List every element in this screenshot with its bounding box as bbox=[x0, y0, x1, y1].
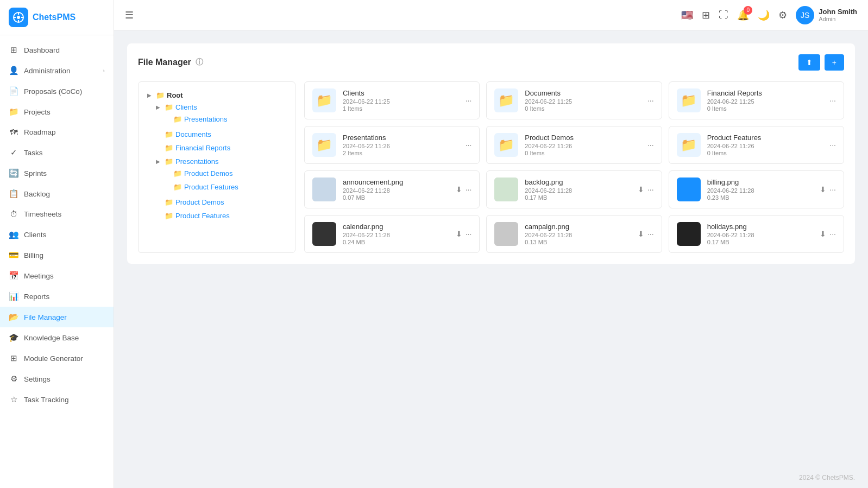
nav-label-settings: Settings bbox=[24, 375, 51, 383]
file-card-announcement-png[interactable]: announcement.png 2024-06-22 11:28 0.07 M… bbox=[304, 170, 480, 208]
file-card-product-features-folder[interactable]: 📁 Product Features 2024-06-22 11:26 0 It… bbox=[669, 126, 844, 164]
panel-title-text: File Manager bbox=[138, 58, 191, 67]
more-options-button[interactable]: ··· bbox=[829, 230, 836, 238]
download-button[interactable]: ⬇ bbox=[456, 185, 462, 194]
sidebar-item-knowledge-base[interactable]: 🎓 Knowledge Base bbox=[0, 327, 114, 348]
sidebar-item-backlog[interactable]: 📋 Backlog bbox=[0, 183, 114, 204]
sidebar-item-billing[interactable]: 💳 Billing bbox=[0, 245, 114, 265]
sidebar-item-roadmap[interactable]: 🗺 Roadmap bbox=[0, 122, 114, 142]
more-options-button[interactable]: ··· bbox=[647, 141, 654, 149]
settings-icon[interactable]: ⚙ bbox=[778, 9, 787, 21]
panel-title: File Manager ⓘ bbox=[138, 58, 203, 67]
user-info[interactable]: JS John Smith Admin bbox=[796, 6, 857, 24]
sidebar-item-dashboard[interactable]: ⊞ Dashboard bbox=[0, 40, 114, 60]
download-button[interactable]: ⬇ bbox=[820, 185, 826, 194]
download-button[interactable]: ⬇ bbox=[820, 230, 826, 238]
tree-row-financial-reports[interactable]: 📁 Financial Reports bbox=[154, 143, 288, 153]
more-options-button[interactable]: ··· bbox=[829, 185, 836, 194]
file-card-financial-reports-folder[interactable]: 📁 Financial Reports 2024-06-22 11:25 0 I… bbox=[669, 81, 844, 119]
download-button[interactable]: ⬇ bbox=[456, 230, 462, 238]
file-thumb: 📁 bbox=[312, 88, 336, 112]
more-options-button[interactable]: ··· bbox=[647, 185, 654, 194]
sidebar-item-meetings[interactable]: 📅 Meetings bbox=[0, 265, 114, 286]
more-options-button[interactable]: ··· bbox=[466, 185, 472, 194]
sidebar-item-tasks[interactable]: ✓ Tasks bbox=[0, 142, 114, 163]
tree-row-product-features[interactable]: 📁 Product Features bbox=[162, 182, 288, 192]
nav-label-billing: Billing bbox=[24, 251, 43, 259]
file-size: 0.24 MB bbox=[343, 239, 449, 245]
tree-row-root[interactable]: ▶📁 Root bbox=[145, 90, 288, 100]
file-name: Clients bbox=[343, 89, 459, 97]
apps-icon[interactable]: ⊞ bbox=[702, 9, 710, 21]
more-options-button[interactable]: ··· bbox=[829, 141, 836, 149]
sidebar-item-timesheets[interactable]: ⏱ Timesheets bbox=[0, 204, 114, 224]
sidebar-item-module-generator[interactable]: ⊞ Module Generator bbox=[0, 348, 114, 369]
more-options-button[interactable]: ··· bbox=[466, 230, 472, 238]
hamburger-button[interactable]: ☰ bbox=[125, 9, 134, 21]
file-card-clients-folder[interactable]: 📁 Clients 2024-06-22 11:25 1 Items ··· bbox=[304, 81, 480, 119]
file-card-campaign-png[interactable]: campaign.png 2024-06-22 11:28 0.13 MB ⬇ … bbox=[486, 215, 662, 253]
sidebar-item-projects[interactable]: 📁 Projects bbox=[0, 102, 114, 122]
file-card-billing-png[interactable]: billing.png 2024-06-22 11:28 0.23 MB ⬇ ·… bbox=[669, 170, 844, 208]
logo-icon bbox=[9, 8, 28, 27]
sidebar-item-task-tracking[interactable]: ☆ Task Tracking bbox=[0, 389, 114, 410]
tree-row-clients[interactable]: ▶📁 Clients bbox=[154, 102, 288, 112]
more-options-button[interactable]: ··· bbox=[829, 96, 836, 105]
more-options-button[interactable]: ··· bbox=[647, 230, 654, 238]
file-info: Presentations 2024-06-22 11:26 2 Items bbox=[343, 134, 459, 156]
file-card-presentations-folder[interactable]: 📁 Presentations 2024-06-22 11:26 2 Items… bbox=[304, 126, 480, 164]
sidebar-item-proposals[interactable]: 📄 Proposals (CoCo) bbox=[0, 81, 114, 102]
more-options-button[interactable]: ··· bbox=[466, 96, 472, 105]
upload-button[interactable]: ⬆ bbox=[798, 54, 820, 71]
tree-label: Presentations bbox=[184, 115, 228, 123]
download-button[interactable]: ⬇ bbox=[638, 230, 644, 238]
download-button[interactable]: ⬇ bbox=[638, 185, 644, 194]
file-card-calendar-png[interactable]: calendar.png 2024-06-22 11:28 0.24 MB ⬇ … bbox=[304, 215, 480, 253]
file-thumb bbox=[494, 222, 518, 246]
tree-row-product-demos[interactable]: 📁 Product Demos bbox=[162, 168, 288, 179]
nav-icon-roadmap: 🗺 bbox=[9, 128, 18, 137]
file-actions: ⬇ ··· bbox=[638, 185, 654, 194]
nav-icon-billing: 💳 bbox=[9, 250, 18, 260]
fullscreen-icon[interactable]: ⛶ bbox=[719, 9, 728, 21]
file-size: 0.07 MB bbox=[343, 194, 449, 201]
logo[interactable]: ChetsPMS bbox=[0, 0, 114, 35]
file-date: 2024-06-22 11:25 bbox=[525, 98, 641, 105]
more-options-button[interactable]: ··· bbox=[647, 96, 654, 105]
file-thumb bbox=[677, 222, 701, 246]
sidebar-item-administration[interactable]: 👤 Administration › bbox=[0, 60, 114, 81]
tree-row-documents[interactable]: 📁 Documents bbox=[154, 129, 288, 140]
file-card-documents-folder[interactable]: 📁 Documents 2024-06-22 11:25 0 Items ··· bbox=[486, 81, 662, 119]
file-card-backlog-png[interactable]: backlog.png 2024-06-22 11:28 0.17 MB ⬇ ·… bbox=[486, 170, 662, 208]
sidebar-item-clients[interactable]: 👥 Clients bbox=[0, 224, 114, 245]
sidebar-item-sprints[interactable]: 🔄 Sprints bbox=[0, 163, 114, 183]
tree-folder-icon: 📁 bbox=[165, 130, 173, 138]
tree-row-product-demos[interactable]: 📁 Product Demos bbox=[154, 197, 288, 207]
file-actions: ··· bbox=[466, 96, 472, 105]
tree-row-presentations[interactable]: 📁 Presentations bbox=[162, 114, 288, 124]
file-date: 2024-06-22 11:26 bbox=[707, 143, 823, 149]
nav-label-tasks: Tasks bbox=[24, 149, 43, 157]
add-button[interactable]: + bbox=[825, 54, 844, 71]
folder-icon: 📁 bbox=[316, 93, 332, 108]
tree-arrow: ▶ bbox=[156, 159, 162, 164]
file-card-product-demos-folder[interactable]: 📁 Product Demos 2024-06-22 11:26 0 Items… bbox=[486, 126, 662, 164]
file-thumb: 📁 bbox=[677, 88, 701, 112]
file-date: 2024-06-22 11:25 bbox=[707, 98, 823, 105]
sidebar-item-reports[interactable]: 📊 Reports bbox=[0, 286, 114, 307]
tree-row-presentations[interactable]: ▶📁 Presentations bbox=[154, 156, 288, 167]
file-count: 0 Items bbox=[707, 150, 823, 156]
tree-node: 📁 Product Demos bbox=[162, 167, 288, 180]
more-options-button[interactable]: ··· bbox=[466, 141, 472, 149]
info-icon[interactable]: ⓘ bbox=[196, 58, 203, 67]
sidebar-item-file-manager[interactable]: 📂 File Manager bbox=[0, 307, 114, 327]
file-manager-body: ▶📁 Root▶📁 Clients📁 Presentations📁 Docume… bbox=[138, 81, 844, 253]
language-flag[interactable]: 🇺🇸 bbox=[681, 9, 693, 21]
sidebar-item-settings[interactable]: ⚙ Settings bbox=[0, 369, 114, 389]
file-count: 0 Items bbox=[707, 105, 823, 112]
dark-mode-icon[interactable]: 🌙 bbox=[758, 9, 770, 21]
nav-label-module-generator: Module Generator bbox=[24, 354, 83, 363]
tree-row-product-features[interactable]: 📁 Product Features bbox=[154, 211, 288, 221]
file-card-holidays-png[interactable]: holidays.png 2024-06-22 11:28 0.17 MB ⬇ … bbox=[669, 215, 844, 253]
notifications-icon[interactable]: 🔔 0 bbox=[737, 9, 749, 21]
